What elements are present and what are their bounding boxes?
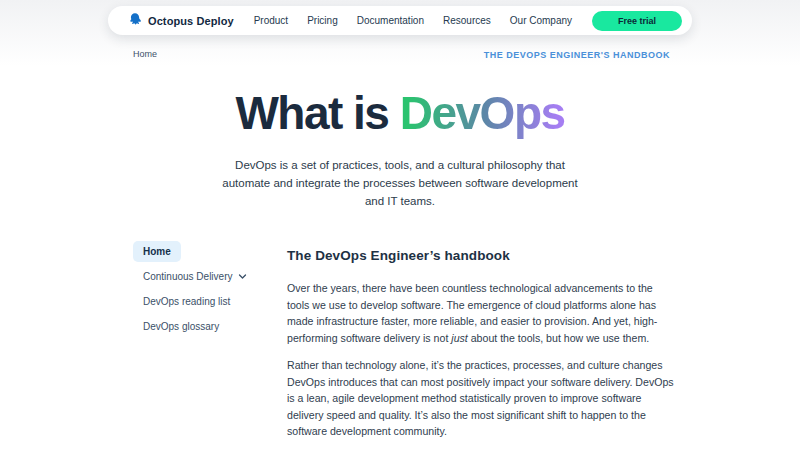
article-paragraph-2: Rather than technology alone, it’s the p… [287,357,674,440]
article-paragraph-1: Over the years, there have been countles… [287,280,674,346]
nav-link-resources[interactable]: Resources [443,15,491,26]
nav-links: Product Pricing Documentation Resources … [254,15,572,26]
brand-name: Octopus Deploy [148,15,234,27]
free-trial-button[interactable]: Free trial [592,11,682,31]
page-title-prefix: What is [235,87,399,139]
sidebar-item-devops-glossary[interactable]: DevOps glossary [133,316,229,337]
paragraph-text: about the tools, but how we use them. [468,332,649,344]
brand-logo[interactable]: Octopus Deploy [128,12,234,30]
sidebar-item-label: Continuous Delivery [143,271,233,282]
article-heading: The DevOps Engineer’s handbook [287,248,674,263]
handbook-label-link[interactable]: THE DEVOPS ENGINEER'S HANDBOOK [484,50,670,60]
navbar: Octopus Deploy Product Pricing Documenta… [108,6,692,35]
sidebar-item-devops-reading-list[interactable]: DevOps reading list [133,291,240,312]
page-subtitle: DevOps is a set of practices, tools, and… [214,157,586,210]
sidebar-item-home[interactable]: Home [133,241,181,262]
sidebar: Home Continuous Delivery DevOps reading … [133,241,259,450]
chevron-down-icon [238,272,247,281]
sidebar-item-label: Home [143,246,171,257]
nav-link-product[interactable]: Product [254,15,288,26]
nav-link-pricing[interactable]: Pricing [307,15,338,26]
breadcrumb-home[interactable]: Home [133,49,157,59]
nav-link-our-company[interactable]: Our Company [510,15,572,26]
sidebar-item-label: DevOps reading list [143,296,230,307]
sidebar-item-continuous-delivery[interactable]: Continuous Delivery [133,266,257,287]
paragraph-italic-text: just [451,332,468,344]
main-content: Home Continuous Delivery DevOps reading … [133,241,674,450]
sidebar-item-label: DevOps glossary [143,321,219,332]
page-title: What is DevOps [0,86,800,140]
page-title-highlight: DevOps [400,87,565,139]
article: The DevOps Engineer’s handbook Over the … [287,241,674,450]
octopus-icon [128,12,142,30]
nav-link-documentation[interactable]: Documentation [357,15,424,26]
